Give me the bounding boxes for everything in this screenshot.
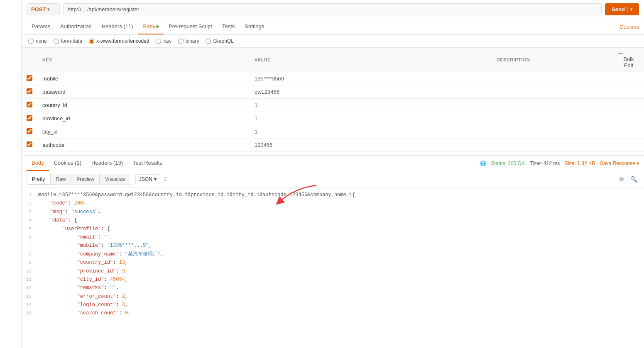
search-icon-button[interactable]: 🔍	[629, 174, 639, 185]
code-token	[38, 277, 77, 282]
code-token: ,	[128, 310, 131, 316]
code-token	[38, 234, 77, 240]
code-line: 8 "company_name": "某汽车修理厂",	[22, 250, 644, 258]
code-token: 200	[74, 200, 83, 206]
code-token: "province_id"	[77, 268, 116, 274]
url-input[interactable]	[63, 3, 602, 15]
radio-graphql[interactable]: GraphQL	[206, 38, 233, 44]
code-token	[38, 200, 50, 206]
viewer-tab-pretty[interactable]: Pretty	[27, 174, 50, 185]
body-dot	[156, 25, 159, 28]
code-token: :	[119, 310, 125, 316]
line-content: "data": {	[38, 216, 644, 224]
viewer-tab-visualize[interactable]: Visualize	[100, 174, 130, 185]
code-token: "login_count"	[77, 302, 116, 308]
row-key-cell: mobile	[37, 72, 250, 85]
viewer-tab-raw[interactable]: Raw	[50, 174, 71, 185]
radio-raw[interactable]: raw	[156, 38, 171, 44]
code-area: 1mobile=1352****3569&password=qw123456&c…	[22, 187, 644, 316]
row-checkbox[interactable]	[27, 128, 32, 134]
code-token: "msg"	[50, 209, 65, 215]
row-checkbox[interactable]	[27, 102, 32, 107]
row-more-cell	[613, 112, 644, 125]
tab-body[interactable]: Body	[138, 19, 164, 34]
code-token: ,	[116, 285, 119, 291]
row-more-cell	[613, 139, 644, 152]
code-token: "某汽车修理厂"	[125, 251, 161, 257]
col-key-header: KEY	[37, 48, 250, 72]
code-token: :	[113, 260, 119, 265]
tab-tests[interactable]: Tests	[217, 19, 240, 34]
more-dots[interactable]: •••	[618, 51, 624, 56]
code-line: 2 "code": 200,	[22, 199, 644, 207]
row-value: 1	[255, 129, 257, 135]
row-key: country_id	[42, 102, 67, 108]
row-more-cell	[613, 72, 644, 85]
tab-authorization[interactable]: Authorization	[55, 19, 97, 34]
json-format-select[interactable]: JSON ▾	[135, 174, 160, 184]
tab-pre-request[interactable]: Pre-request Script	[164, 19, 217, 34]
row-key: mobile	[42, 75, 58, 82]
row-value: 123456	[255, 142, 272, 148]
bulk-edit-button[interactable]: Bulk Edit	[618, 56, 639, 68]
code-token	[38, 226, 62, 232]
table-row: company_name 1	[22, 152, 644, 156]
response-tab-cookies[interactable]: Cookies (1)	[49, 156, 86, 171]
radio-none[interactable]: none	[28, 38, 47, 44]
copy-icon-button[interactable]: ⧉	[618, 174, 625, 185]
row-key-cell: password	[37, 85, 250, 99]
row-key-cell: country_id	[37, 99, 250, 112]
row-key-cell: authcode	[37, 139, 250, 152]
row-check-cell	[22, 112, 37, 125]
line-number: 6	[22, 233, 38, 241]
line-number: 11	[22, 275, 38, 284]
line-content: "company_name": "某汽车修理厂",	[38, 250, 644, 258]
radio-binary[interactable]: binary	[178, 38, 199, 44]
row-desc-cell	[492, 139, 613, 152]
row-checkbox[interactable]	[27, 88, 32, 94]
row-value-cell: 1	[250, 99, 492, 112]
method-select[interactable]: POST ▾	[27, 3, 60, 15]
row-desc-cell	[492, 72, 613, 85]
response-size: Size: 1.32 KB	[565, 161, 595, 166]
row-check-cell	[22, 139, 37, 152]
code-token: "userProfile"	[62, 226, 101, 232]
line-content: "code": 200,	[38, 199, 644, 207]
code-token: :	[104, 285, 110, 291]
line-number: 9	[22, 258, 38, 267]
row-checkbox[interactable]	[27, 115, 32, 121]
code-token: "data"	[50, 217, 68, 223]
radio-form-data[interactable]: form-data	[54, 38, 82, 44]
response-tab-body[interactable]: Body	[27, 156, 49, 171]
radio-x-www-form-urlencoded[interactable]: x-www-form-urlencoded	[89, 38, 149, 44]
code-token: "city_id"	[77, 277, 104, 282]
code-token: ,	[110, 234, 113, 240]
code-token: "code"	[50, 200, 68, 206]
viewer-tab-preview[interactable]: Preview	[71, 174, 100, 185]
row-value-cell: qw123456	[250, 85, 492, 99]
main-content: POST ▾ Send ▾ Params Authorization Heade…	[22, 0, 644, 348]
cookies-link[interactable]: Cookies	[620, 19, 639, 34]
table-row: province_id 1	[22, 112, 644, 125]
response-tab-headers[interactable]: Headers (13)	[86, 156, 128, 171]
tab-headers[interactable]: Headers (11)	[97, 19, 138, 34]
line-number: 3	[22, 208, 38, 216]
tab-settings[interactable]: Settings	[240, 19, 269, 34]
code-token: "success"	[71, 209, 98, 215]
line-content: mobile=1352****3569&password=qw123456&co…	[38, 191, 644, 199]
code-token	[38, 260, 77, 265]
row-desc-cell	[492, 125, 613, 139]
code-token: :	[116, 294, 122, 299]
response-tab-test-results[interactable]: Test Results	[128, 156, 167, 171]
send-button[interactable]: Send ▾	[605, 3, 639, 15]
code-token: :	[68, 200, 74, 206]
method-label: POST	[31, 6, 46, 12]
tab-params[interactable]: Params	[27, 19, 55, 34]
response-status: Status: 200 OK	[491, 161, 525, 166]
viewer-actions: ⧉ 🔍	[618, 174, 639, 185]
row-checkbox[interactable]	[27, 75, 32, 81]
filter-icon-button[interactable]: ≡	[164, 175, 167, 183]
row-checkbox[interactable]	[27, 141, 32, 147]
save-response-button[interactable]: Save Response ▾	[600, 161, 639, 166]
code-token	[38, 217, 50, 223]
